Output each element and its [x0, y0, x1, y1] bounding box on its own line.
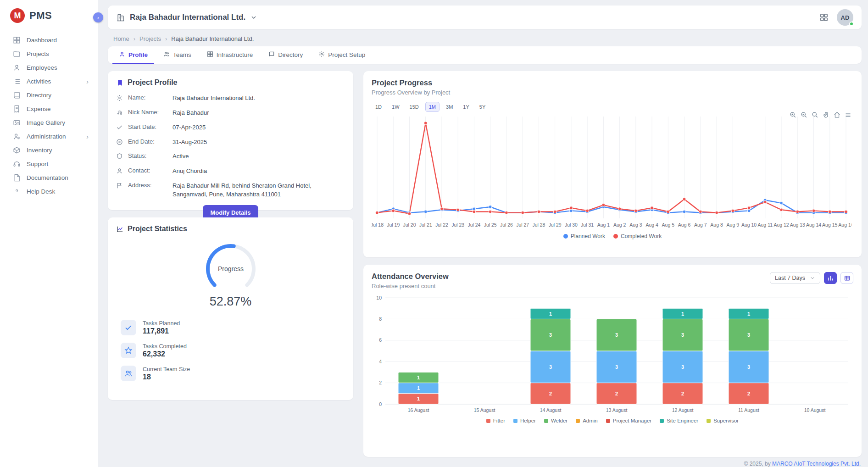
- chevron-down-icon: [810, 275, 815, 281]
- svg-text:14 August: 14 August: [540, 407, 562, 413]
- progress-chart[interactable]: Jul 18Jul 19Jul 20Jul 21Jul 22Jul 23Jul …: [372, 114, 853, 231]
- tab-project-setup[interactable]: Project Setup: [312, 46, 372, 64]
- svg-text:13 August: 13 August: [606, 407, 628, 413]
- legend-item[interactable]: Helper: [513, 418, 536, 423]
- field-label: Name:: [128, 94, 167, 101]
- range-selector: 1D 1W 15D 1M 3M 1Y 5Y: [372, 102, 853, 112]
- sidebar-item-directory[interactable]: Directory: [0, 88, 98, 102]
- attendance-chart[interactable]: 024681011116 August15 August233114 Augus…: [372, 293, 853, 417]
- logo[interactable]: M PMS: [0, 0, 98, 29]
- legend-item[interactable]: Site Engineer: [660, 418, 698, 423]
- chevron-right-icon: ›: [165, 35, 167, 42]
- image-icon: [13, 119, 21, 127]
- tab-directory[interactable]: Directory: [262, 46, 309, 64]
- range-button-15d[interactable]: 15D: [406, 102, 423, 112]
- building-icon: [116, 13, 125, 22]
- chart-line-icon: [116, 225, 124, 233]
- sidebar-item-inventory[interactable]: Inventory: [0, 143, 98, 157]
- sidebar-collapse-button[interactable]: ‹: [93, 12, 103, 22]
- avatar[interactable]: AD: [837, 9, 853, 26]
- svg-text:Aug 1: Aug 1: [597, 222, 610, 228]
- field-label: Nick Name:: [128, 109, 167, 116]
- svg-text:3: 3: [681, 364, 684, 370]
- menu-icon[interactable]: [845, 111, 851, 118]
- legend-item[interactable]: Completed Work: [613, 233, 662, 239]
- main-content: Raja Bahadur International Ltd. AD Home …: [98, 0, 868, 467]
- card-title: Attendance Overview: [372, 272, 449, 281]
- people-icon: [121, 366, 136, 381]
- range-button-5y[interactable]: 5Y: [476, 102, 489, 112]
- tab-teams[interactable]: Teams: [157, 46, 198, 64]
- range-button-1y[interactable]: 1Y: [459, 102, 473, 112]
- chevron-right-icon: ›: [134, 35, 135, 42]
- svg-text:3: 3: [549, 364, 552, 370]
- legend-item[interactable]: Supervisor: [707, 418, 739, 423]
- document-icon: [13, 174, 21, 182]
- headset-icon: [13, 160, 21, 168]
- svg-text:3: 3: [747, 332, 750, 338]
- sidebar-item-dashboard[interactable]: Dashboard: [0, 33, 98, 47]
- range-button-1w[interactable]: 1W: [388, 102, 403, 112]
- sidebar-item-expense[interactable]: Expense: [0, 102, 98, 116]
- field-label: Address:: [128, 182, 167, 189]
- svg-text:Jul 25: Jul 25: [484, 222, 497, 228]
- directory-tab-icon: [268, 51, 275, 59]
- breadcrumb: Home › Projects › Raja Bahadur Internati…: [113, 35, 860, 42]
- card-title: Project Profile: [128, 78, 177, 87]
- date-range-select[interactable]: Last 7 Days: [770, 272, 820, 284]
- list-icon: [13, 78, 21, 85]
- footer-company-link[interactable]: MARCO AIoT Technologies Pvt. Ltd.: [772, 461, 861, 467]
- tab-profile[interactable]: Profile: [112, 46, 154, 64]
- legend-item[interactable]: Project Manager: [606, 418, 651, 423]
- zoom-in-icon[interactable]: [790, 111, 796, 118]
- sidebar-item-support[interactable]: Support: [0, 157, 98, 171]
- apps-grid-icon[interactable]: [819, 13, 829, 22]
- tab-label: Profile: [128, 51, 148, 58]
- person-icon: [116, 167, 123, 174]
- legend-item[interactable]: Admin: [576, 418, 598, 423]
- svg-text:Progress: Progress: [217, 265, 243, 272]
- profile-fields: Name: Raja Bahadur International Ltd. Ni…: [116, 94, 345, 199]
- chevron-right-icon: ›: [86, 133, 89, 140]
- company-selector[interactable]: Raja Bahadur International Ltd.: [116, 13, 257, 22]
- svg-text:Jul 24: Jul 24: [467, 222, 480, 228]
- selection-zoom-icon[interactable]: [812, 111, 818, 118]
- chart-view-button[interactable]: [824, 272, 837, 284]
- header-actions: AD: [819, 9, 853, 26]
- zoom-out-icon[interactable]: [801, 111, 807, 118]
- field-label: End Date:: [128, 138, 167, 145]
- sidebar-item-help-desk[interactable]: Help Desk: [0, 184, 98, 198]
- sidebar-item-administration[interactable]: Administration ›: [0, 129, 98, 143]
- range-button-1m[interactable]: 1M: [425, 102, 440, 112]
- sidebar-item-image-gallery[interactable]: Image Gallery: [0, 116, 98, 129]
- check-icon: [116, 124, 123, 131]
- table-view-button[interactable]: [840, 272, 853, 284]
- range-button-1d[interactable]: 1D: [372, 102, 385, 112]
- legend-item[interactable]: Planned Work: [563, 233, 605, 239]
- breadcrumb-home[interactable]: Home: [113, 35, 129, 42]
- sidebar-item-activities[interactable]: Activities ›: [0, 74, 98, 88]
- svg-text:16 August: 16 August: [408, 407, 429, 413]
- pan-icon[interactable]: [823, 111, 829, 118]
- field-value: Raja Bahadur International Ltd.: [172, 94, 255, 103]
- svg-text:Aug 16: Aug 16: [838, 222, 851, 228]
- person-icon: [13, 64, 21, 72]
- svg-text:11 August: 11 August: [738, 407, 759, 413]
- sidebar-item-documentation[interactable]: Documentation: [0, 171, 98, 184]
- sidebar-item-projects[interactable]: Projects: [0, 47, 98, 61]
- home-icon[interactable]: [834, 111, 840, 118]
- stat-label: Tasks Planned: [143, 320, 180, 327]
- card-title: Project Progress: [372, 78, 853, 87]
- breadcrumb-projects[interactable]: Projects: [139, 35, 161, 42]
- legend-item[interactable]: Fitter: [486, 418, 505, 423]
- legend-item[interactable]: Welder: [544, 418, 568, 423]
- field-end-date: End Date: 31-Aug-2025: [116, 138, 345, 147]
- tab-infrastructure[interactable]: Infrastructure: [200, 46, 260, 64]
- sidebar-item-employees[interactable]: Employees: [0, 61, 98, 74]
- field-value: Raja Bahadur: [172, 109, 209, 117]
- gear-icon: [116, 95, 123, 101]
- attendance-chart-legend: FitterHelperWelderAdminProject ManagerSi…: [372, 418, 853, 423]
- svg-text:6: 6: [379, 337, 382, 343]
- range-button-3m[interactable]: 3M: [442, 102, 456, 112]
- field-nick-name: Nick Name: Raja Bahadur: [116, 109, 345, 117]
